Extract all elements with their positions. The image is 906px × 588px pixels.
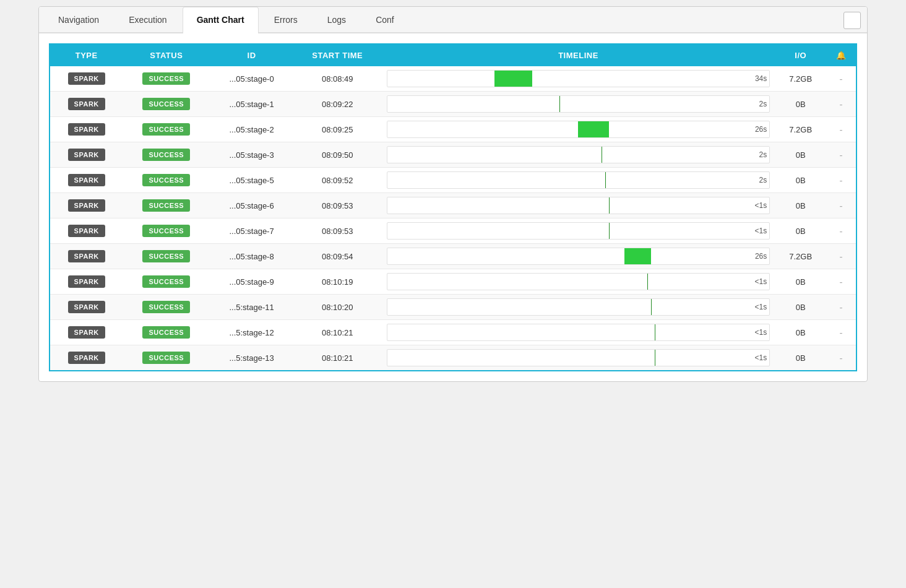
cell-io: 0B [775, 142, 826, 168]
cell-io: 0B [775, 168, 826, 193]
timeline-track: <1s [387, 349, 770, 366]
cell-alert: - [826, 168, 856, 193]
table-row: SPARKSUCCESS...05:stage-608:09:53<1s0B- [50, 193, 856, 218]
cell-start-time: 08:09:52 [293, 168, 382, 193]
table-row: SPARKSUCCESS...05:stage-108:09:222s0B- [50, 92, 856, 117]
cell-id: ...05:stage-5 [210, 168, 293, 193]
cell-type: SPARK [50, 92, 123, 117]
table-body: SPARKSUCCESS...05:stage-008:08:4934s7.2G… [50, 66, 856, 371]
timeline-track: <1s [387, 222, 770, 240]
cell-status: SUCCESS [123, 92, 210, 117]
cell-alert: - [826, 66, 856, 92]
timeline-line [647, 274, 649, 290]
cell-io: 0B [775, 295, 826, 320]
timeline-cell: <1s [387, 222, 770, 240]
timeline-line [655, 324, 656, 340]
expand-button[interactable] [843, 12, 861, 29]
cell-start-time: 08:09:54 [293, 244, 382, 269]
success-badge: SUCCESS [142, 301, 190, 313]
cell-status: SUCCESS [123, 168, 210, 193]
cell-timeline: <1s [382, 269, 775, 295]
tab-execution[interactable]: Execution [114, 7, 181, 32]
timeline-line [651, 299, 652, 315]
main-window: Navigation Execution Gantt Chart Errors … [38, 6, 868, 382]
cell-type: SPARK [50, 295, 123, 320]
cell-start-time: 08:09:53 [293, 193, 382, 218]
timeline-cell: 2s [387, 146, 770, 163]
cell-alert: - [826, 244, 856, 269]
cell-start-time: 08:10:19 [293, 269, 382, 295]
cell-start-time: 08:09:50 [293, 142, 382, 168]
table-row: SPARKSUCCESS...05:stage-908:10:19<1s0B- [50, 269, 856, 295]
cell-type: SPARK [50, 193, 123, 218]
cell-id: ...05:stage-8 [210, 244, 293, 269]
timeline-bar [494, 71, 533, 87]
cell-start-time: 08:10:21 [293, 345, 382, 371]
spark-badge: SPARK [68, 199, 105, 212]
cell-alert: - [826, 295, 856, 320]
cell-timeline: <1s [382, 295, 775, 320]
cell-start-time: 08:09:22 [293, 92, 382, 117]
timeline-line [609, 223, 610, 239]
table-row: SPARKSUCCESS...05:stage-308:09:502s0B- [50, 142, 856, 168]
timeline-cell: <1s [387, 349, 770, 366]
cell-timeline: 34s [382, 66, 775, 92]
duration-label: <1s [755, 303, 767, 311]
cell-status: SUCCESS [123, 117, 210, 142]
timeline-track: <1s [387, 298, 770, 316]
cell-io: 0B [775, 218, 826, 244]
cell-io: 0B [775, 193, 826, 218]
duration-label: <1s [755, 353, 767, 362]
cell-io: 0B [775, 92, 826, 117]
cell-timeline: <1s [382, 345, 775, 371]
cell-alert: - [826, 117, 856, 142]
cell-start-time: 08:10:21 [293, 320, 382, 345]
success-badge: SUCCESS [142, 275, 190, 288]
cell-timeline: 26s [382, 117, 775, 142]
duration-label: 2s [759, 100, 767, 108]
success-badge: SUCCESS [142, 326, 190, 339]
cell-type: SPARK [50, 345, 123, 371]
table-row: SPARKSUCCESS...05:stage-508:09:522s0B- [50, 168, 856, 193]
cell-timeline: <1s [382, 320, 775, 345]
timeline-track: 2s [387, 95, 770, 113]
cell-io: 0B [775, 345, 826, 371]
table-row: SPARKSUCCESS...05:stage-208:09:2526s7.2G… [50, 117, 856, 142]
timeline-line [655, 350, 656, 366]
table-row: SPARKSUCCESS...05:stage-008:08:4934s7.2G… [50, 66, 856, 92]
cell-id: ...05:stage-0 [210, 66, 293, 92]
spark-badge: SPARK [68, 352, 105, 364]
cell-status: SUCCESS [123, 142, 210, 168]
tab-navigation[interactable]: Navigation [44, 7, 113, 32]
cell-id: ...05:stage-9 [210, 269, 293, 295]
cell-alert: - [826, 92, 856, 117]
spark-badge: SPARK [68, 149, 105, 161]
tab-conf[interactable]: Conf [361, 7, 408, 32]
cell-id: ...05:stage-2 [210, 117, 293, 142]
timeline-cell: <1s [387, 197, 770, 214]
tab-logs[interactable]: Logs [313, 7, 360, 32]
cell-id: ...05:stage-6 [210, 193, 293, 218]
cell-start-time: 08:10:20 [293, 295, 382, 320]
timeline-line [609, 197, 610, 214]
timeline-track: 2s [387, 146, 770, 163]
table-row: SPARKSUCCESS...5:stage-1308:10:21<1s0B- [50, 345, 856, 371]
spark-badge: SPARK [68, 98, 105, 110]
cell-status: SUCCESS [123, 295, 210, 320]
duration-label: 26s [755, 252, 767, 261]
timeline-cell: <1s [387, 324, 770, 341]
cell-alert: - [826, 193, 856, 218]
success-badge: SUCCESS [142, 225, 190, 237]
duration-label: 26s [755, 125, 767, 134]
timeline-cell: <1s [387, 298, 770, 316]
timeline-track: <1s [387, 324, 770, 341]
tab-errors[interactable]: Errors [260, 7, 312, 32]
tab-gantt-chart[interactable]: Gantt Chart [183, 7, 259, 33]
table-row: SPARKSUCCESS...5:stage-1208:10:21<1s0B- [50, 320, 856, 345]
timeline-bar [624, 248, 651, 264]
cell-status: SUCCESS [123, 193, 210, 218]
cell-status: SUCCESS [123, 218, 210, 244]
timeline-cell: 34s [387, 70, 770, 87]
spark-badge: SPARK [68, 301, 105, 313]
duration-label: <1s [755, 277, 767, 286]
